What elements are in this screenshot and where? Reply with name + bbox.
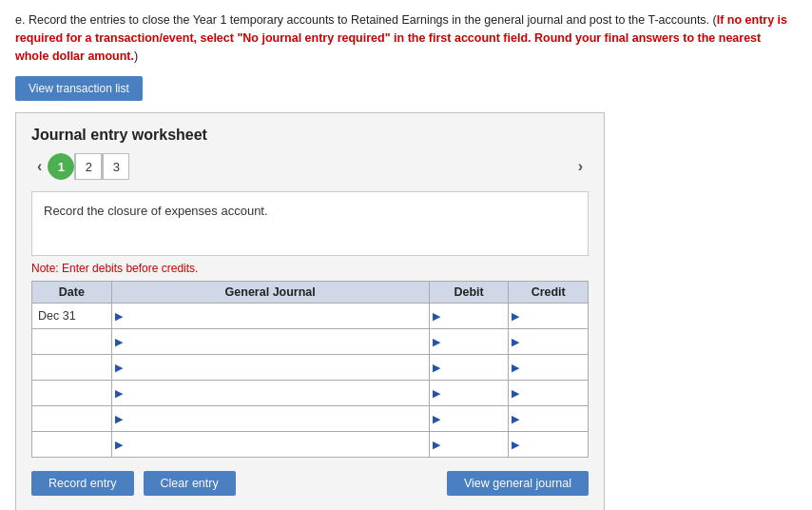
debit-arrow-icon: ▶: [430, 362, 443, 374]
debit-input-0[interactable]: [443, 304, 509, 328]
date-cell-4: [32, 406, 112, 432]
debit-input-2[interactable]: [443, 355, 509, 380]
instructions-normal2: ): [134, 49, 138, 63]
date-cell-2: [32, 355, 112, 381]
prev-page-button[interactable]: ‹: [31, 156, 48, 177]
debit-cell-0[interactable]: ▶: [429, 304, 509, 329]
table-row: ▶▶▶: [32, 406, 589, 432]
worksheet-title: Journal entry worksheet: [31, 127, 589, 144]
table-row: ▶▶▶: [32, 329, 589, 355]
col-header-gj: General Journal: [111, 282, 429, 304]
credit-arrow-icon: ▶: [509, 439, 522, 451]
credit-cell-1[interactable]: ▶: [509, 329, 589, 355]
table-row: ▶▶▶: [32, 355, 589, 381]
gj-input-2[interactable]: [126, 355, 429, 380]
debit-cell-5[interactable]: ▶: [429, 432, 509, 458]
record-entry-button[interactable]: Record entry: [31, 471, 134, 496]
dropdown-arrow-icon: ▶: [112, 362, 126, 374]
gj-input-5[interactable]: [126, 432, 429, 457]
gj-cell-1[interactable]: ▶: [111, 329, 429, 355]
gj-cell-3[interactable]: ▶: [111, 381, 429, 406]
credit-cell-5[interactable]: ▶: [509, 432, 589, 458]
gj-cell-4[interactable]: ▶: [111, 406, 429, 432]
pagination: ‹ 1 2 3 ›: [31, 153, 589, 180]
dropdown-arrow-icon: ▶: [112, 387, 126, 400]
debit-arrow-icon: ▶: [430, 336, 443, 348]
credit-input-3[interactable]: [522, 381, 588, 405]
date-cell-1: [32, 329, 112, 355]
credit-arrow-icon: ▶: [509, 387, 522, 400]
date-cell-0: Dec 31: [32, 304, 112, 329]
col-header-credit: Credit: [509, 282, 589, 304]
page-1[interactable]: 1: [48, 153, 74, 180]
clear-entry-button[interactable]: Clear entry: [144, 471, 236, 496]
debit-input-1[interactable]: [443, 329, 509, 354]
col-header-debit: Debit: [429, 282, 509, 304]
gj-input-1[interactable]: [126, 329, 429, 354]
credit-arrow-icon: ▶: [509, 413, 522, 425]
credit-arrow-icon: ▶: [509, 362, 522, 374]
date-cell-5: [32, 432, 112, 458]
credit-arrow-icon: ▶: [509, 310, 522, 323]
page-3[interactable]: 3: [103, 153, 129, 180]
gj-input-4[interactable]: [126, 406, 429, 431]
description-text: Record the closure of expenses account.: [44, 204, 268, 218]
credit-input-2[interactable]: [522, 355, 588, 380]
next-page-button[interactable]: ›: [572, 156, 589, 177]
debit-cell-3[interactable]: ▶: [429, 381, 509, 406]
col-header-date: Date: [32, 282, 112, 304]
debit-cell-1[interactable]: ▶: [429, 329, 509, 355]
dropdown-arrow-icon: ▶: [112, 439, 126, 451]
credit-input-1[interactable]: [522, 329, 588, 354]
credit-input-5[interactable]: [522, 432, 588, 457]
debit-arrow-icon: ▶: [430, 310, 443, 323]
debit-cell-2[interactable]: ▶: [429, 355, 509, 381]
credit-cell-3[interactable]: ▶: [509, 381, 589, 406]
dropdown-arrow-icon: ▶: [112, 310, 126, 323]
table-row: ▶▶▶: [32, 381, 589, 406]
debit-input-3[interactable]: [443, 381, 509, 405]
credit-cell-4[interactable]: ▶: [509, 406, 589, 432]
table-row: Dec 31▶▶▶: [32, 304, 589, 329]
debit-arrow-icon: ▶: [430, 387, 443, 400]
debit-input-4[interactable]: [443, 406, 509, 431]
gj-cell-5[interactable]: ▶: [111, 432, 429, 458]
debit-input-5[interactable]: [443, 432, 509, 457]
page-2[interactable]: 2: [75, 153, 102, 180]
credit-arrow-icon: ▶: [509, 336, 522, 348]
dropdown-arrow-icon: ▶: [112, 336, 126, 348]
gj-cell-2[interactable]: ▶: [111, 355, 429, 381]
debit-arrow-icon: ▶: [430, 439, 443, 451]
credit-input-0[interactable]: [522, 304, 588, 328]
buttons-row: Record entry Clear entry View general jo…: [31, 471, 589, 496]
note-text: Note: Enter debits before credits.: [31, 262, 589, 275]
view-transaction-button[interactable]: View transaction list: [15, 76, 143, 101]
table-row: ▶▶▶: [32, 432, 589, 458]
credit-cell-0[interactable]: ▶: [509, 304, 589, 329]
dropdown-arrow-icon: ▶: [112, 413, 126, 425]
debit-arrow-icon: ▶: [430, 413, 443, 425]
credit-input-4[interactable]: [522, 406, 588, 431]
description-box: Record the closure of expenses account.: [31, 191, 589, 256]
credit-cell-2[interactable]: ▶: [509, 355, 589, 381]
view-general-journal-button[interactable]: View general journal: [447, 471, 589, 496]
gj-cell-0[interactable]: ▶: [111, 304, 429, 329]
worksheet-container: Journal entry worksheet ‹ 1 2 3 › Record…: [15, 112, 605, 510]
debit-cell-4[interactable]: ▶: [429, 406, 509, 432]
journal-table: Date General Journal Debit Credit Dec 31…: [31, 281, 589, 458]
gj-input-0[interactable]: [126, 304, 429, 328]
instructions: e. Record the entries to close the Year …: [15, 11, 797, 65]
date-cell-3: [32, 381, 112, 406]
gj-input-3[interactable]: [126, 381, 429, 405]
instructions-normal: e. Record the entries to close the Year …: [15, 13, 717, 27]
